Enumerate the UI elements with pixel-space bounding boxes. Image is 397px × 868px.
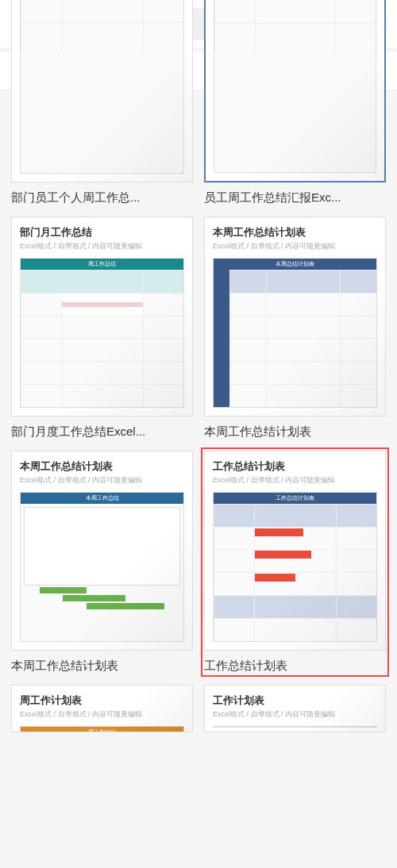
template-title: 员工周工作总结汇报Exc... <box>204 190 386 205</box>
template-thumbnail: 部门月工作总结 Excel格式 / 自带格式 / 内容可随意编辑 周工作总结 <box>11 217 193 417</box>
template-card[interactable]: 周工作计划表 Excel格式 / 自带格式 / 内容可随意编辑 周工作计划 <box>11 685 193 732</box>
thumb-subtitle: Excel格式 / 自带格式 / 内容可随意编辑 <box>20 475 184 486</box>
template-card[interactable]: 部门员工个人周工作总... <box>11 102 193 205</box>
thumb-title: 部门月工作总结 <box>20 225 184 240</box>
thumb-title: 工作总结计划表 <box>213 459 377 474</box>
template-card[interactable]: 工作计划表 Excel格式 / 自带格式 / 内容可随意编辑 <box>204 685 386 732</box>
template-title: 部门月度工作总结Excel... <box>11 424 193 440</box>
template-title: 本周工作总结计划表 <box>204 424 386 440</box>
template-card[interactable]: 部门月工作总结 Excel格式 / 自带格式 / 内容可随意编辑 周工作总结 部… <box>11 217 193 440</box>
template-thumbnail <box>204 0 386 182</box>
template-thumbnail: 工作总结计划表 Excel格式 / 自带格式 / 内容可随意编辑 工作总结计划表 <box>204 451 386 651</box>
thumb-subtitle: Excel格式 / 自带格式 / 内容可随意编辑 <box>213 709 377 720</box>
template-title: 工作总结计划表 <box>204 659 386 674</box>
template-thumbnail: 本周工作总结计划表 Excel格式 / 自带格式 / 内容可随意编辑 本周总结计… <box>204 217 386 417</box>
results-grid: 部门员工个人周工作总... 员工周工作总结汇报Exc... 部门月工作总结 Ex… <box>0 90 397 743</box>
thumb-subtitle: Excel格式 / 自带格式 / 内容可随意编辑 <box>213 475 377 486</box>
thumb-title: 本周工作总结计划表 <box>213 225 377 240</box>
template-card[interactable]: 本周工作总结计划表 Excel格式 / 自带格式 / 内容可随意编辑 本周工作总… <box>11 451 193 674</box>
sheet-header: 本周总结计划表 <box>214 259 376 270</box>
thumb-title: 工作计划表 <box>213 693 377 708</box>
thumb-subtitle: Excel格式 / 自带格式 / 内容可随意编辑 <box>20 709 184 720</box>
template-card[interactable]: 员工周工作总结汇报Exc... <box>204 102 386 205</box>
template-thumbnail: 本周工作总结计划表 Excel格式 / 自带格式 / 内容可随意编辑 本周工作总… <box>11 451 193 651</box>
thumb-title: 本周工作总结计划表 <box>20 459 184 474</box>
sheet-header: 工作总结计划表 <box>214 493 376 504</box>
template-title: 部门员工个人周工作总... <box>11 190 193 205</box>
template-thumbnail: 周工作计划表 Excel格式 / 自带格式 / 内容可随意编辑 周工作计划 <box>11 685 193 732</box>
sheet-header: 本周工作总结 <box>21 493 183 504</box>
template-card-highlighted[interactable]: 工作总结计划表 Excel格式 / 自带格式 / 内容可随意编辑 工作总结计划表… <box>201 447 389 677</box>
template-thumbnail: 工作计划表 Excel格式 / 自带格式 / 内容可随意编辑 <box>204 685 386 732</box>
template-thumbnail <box>11 0 193 182</box>
thumb-subtitle: Excel格式 / 自带格式 / 内容可随意编辑 <box>213 241 377 252</box>
sheet-header: 周工作计划 <box>21 727 183 732</box>
sheet-header: 周工作总结 <box>21 259 183 270</box>
thumb-title: 周工作计划表 <box>20 693 184 708</box>
thumb-subtitle: Excel格式 / 自带格式 / 内容可随意编辑 <box>20 241 184 252</box>
template-title: 本周工作总结计划表 <box>11 659 193 674</box>
template-card[interactable]: 本周工作总结计划表 Excel格式 / 自带格式 / 内容可随意编辑 本周总结计… <box>204 217 386 440</box>
